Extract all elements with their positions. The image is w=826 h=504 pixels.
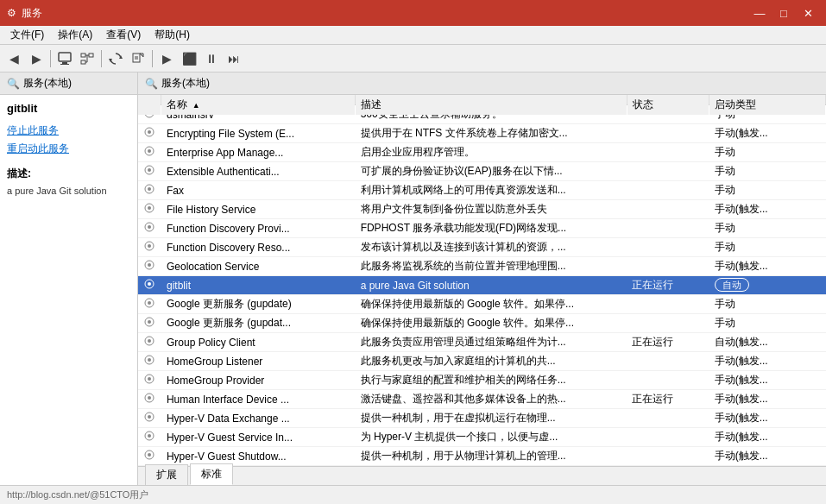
restart-service-link[interactable]: 重启动此服务 xyxy=(7,142,130,156)
console-icon xyxy=(58,52,72,66)
service-icon-cell xyxy=(138,200,161,219)
table-row[interactable]: Hyper-V Data Exchange ...提供一种机制，用于在虚拟机运行… xyxy=(138,409,826,428)
forward-button[interactable]: ▶ xyxy=(26,48,47,69)
gear-service-icon xyxy=(143,335,155,347)
service-desc-cell: 激活键盘、遥控器和其他多媒体设备上的热... xyxy=(356,390,627,409)
table-row[interactable]: Function Discovery Reso...发布该计算机以及连接到该计算… xyxy=(138,238,826,257)
table-row[interactable]: Geolocation Service此服务将监视系统的当前位置并管理地理围..… xyxy=(138,257,826,276)
title-bar: ⚙ 服务 — □ ✕ xyxy=(0,0,826,26)
minimize-button[interactable]: — xyxy=(748,4,771,22)
service-status-cell xyxy=(627,124,709,143)
gear-service-icon xyxy=(143,259,155,271)
service-rows: dsmainsrv360安全卫士云查杀辅助服务。手动 Encrypting Fi… xyxy=(138,105,826,466)
table-row[interactable]: Google 更新服务 (gupdat...确保保持使用最新版的 Google … xyxy=(138,314,826,333)
left-panel-content: gitblit 停止此服务 重启动此服务 描述: a pure Java Git… xyxy=(0,95,137,485)
stop-service-link[interactable]: 停止此服务 xyxy=(7,123,130,138)
svg-point-18 xyxy=(148,130,151,134)
service-name-cell: Group Policy Client xyxy=(161,333,356,352)
export-button[interactable] xyxy=(128,48,148,69)
svg-point-30 xyxy=(148,244,151,248)
svg-point-28 xyxy=(148,225,151,229)
svg-point-36 xyxy=(148,301,151,305)
table-row[interactable]: Hyper-V Guest Service In...为 Hyper-V 主机提… xyxy=(138,428,826,447)
tab-expand[interactable]: 扩展 xyxy=(145,464,188,485)
table-row[interactable]: Fax利用计算机或网络上的可用传真资源发送和...手动 xyxy=(138,181,826,200)
svg-rect-3 xyxy=(81,54,85,57)
toolbar-separator-3 xyxy=(152,50,153,67)
col-header-startup[interactable]: 启动类型 xyxy=(709,95,826,116)
service-status-cell xyxy=(627,162,709,181)
play-button[interactable]: ▶ xyxy=(156,48,177,69)
svg-point-24 xyxy=(148,187,151,191)
service-desc-cell: 为 Hyper-V 主机提供一个接口，以便与虚... xyxy=(356,428,627,447)
svg-point-44 xyxy=(148,377,151,381)
service-icon-cell xyxy=(138,428,161,447)
gear-service-icon xyxy=(143,392,155,404)
service-startup-cell: 手动(触发... xyxy=(709,390,826,409)
service-icon-cell xyxy=(138,276,161,295)
table-row[interactable]: Group Policy Client此服务负责应用管理员通过组策略组件为计..… xyxy=(138,333,826,352)
service-name-cell: Extensible Authenticati... xyxy=(161,162,356,181)
service-icon-cell xyxy=(138,333,161,352)
gear-service-icon xyxy=(143,411,155,423)
svg-point-38 xyxy=(148,320,151,324)
table-row[interactable]: Google 更新服务 (gupdate)确保保持使用最新版的 Google 软… xyxy=(138,295,826,314)
service-startup-cell: 手动 xyxy=(709,295,826,314)
service-status-cell xyxy=(627,257,709,276)
service-desc-cell: FDPHOST 服务承载功能发现(FD)网络发现... xyxy=(356,219,627,238)
service-desc-cell: 提供用于在 NTFS 文件系统卷上存储加密文... xyxy=(356,124,627,143)
service-status-cell xyxy=(627,238,709,257)
svg-point-34 xyxy=(148,282,151,286)
tree-view-button[interactable] xyxy=(77,48,98,69)
menu-view[interactable]: 查看(V) xyxy=(99,26,148,44)
table-row[interactable]: Enterprise App Manage...启用企业应用程序管理。手动 xyxy=(138,143,826,162)
service-startup-cell: 手动 xyxy=(709,181,826,200)
col-header-desc[interactable]: 描述 xyxy=(356,95,627,116)
tab-standard[interactable]: 标准 xyxy=(190,463,233,485)
table-row[interactable]: Encrypting File System (E...提供用于在 NTFS 文… xyxy=(138,124,826,143)
back-button[interactable]: ◀ xyxy=(3,48,24,69)
service-name-cell: Geolocation Service xyxy=(161,257,356,276)
table-row[interactable]: HomeGroup Listener此服务机更改与加入家庭组的计算机的共...手… xyxy=(138,352,826,371)
service-status-cell xyxy=(627,200,709,219)
svg-rect-2 xyxy=(60,64,69,65)
table-row[interactable]: Hyper-V Guest Shutdow...提供一种机制，用于从物理计算机上… xyxy=(138,447,826,466)
table-row[interactable]: HomeGroup Provider执行与家庭组的配置和维护相关的网络任务...… xyxy=(138,371,826,390)
pause-button[interactable]: ⏸ xyxy=(201,48,222,69)
table-header-row: 名称 ▲ 描述 状态 启动类型 xyxy=(138,95,826,105)
svg-point-40 xyxy=(148,339,151,343)
service-startup-cell: 手动 xyxy=(709,162,826,181)
service-desc-cell: 提供一种机制，用于从物理计算机上的管理... xyxy=(356,447,627,466)
menu-file[interactable]: 文件(F) xyxy=(3,26,51,44)
export-icon xyxy=(131,52,145,66)
col-header-name[interactable]: 名称 ▲ xyxy=(161,95,356,116)
table-row[interactable]: gitblita pure Java Git solution正在运行自动 xyxy=(138,276,826,295)
right-panel-search-icon: 🔍 xyxy=(145,78,158,90)
service-icon-cell xyxy=(138,124,161,143)
table-row[interactable]: Function Discovery Provi...FDPHOST 服务承载功… xyxy=(138,219,826,238)
stop-button[interactable]: ⬛ xyxy=(179,48,199,69)
refresh-button[interactable] xyxy=(105,48,126,69)
sort-arrow-icon: ▲ xyxy=(192,101,200,110)
service-startup-cell: 手动(触发... xyxy=(709,371,826,390)
service-name-cell: Google 更新服务 (gupdate) xyxy=(161,295,356,314)
col-header-status[interactable]: 状态 xyxy=(627,95,709,116)
maximize-button[interactable]: □ xyxy=(772,4,795,22)
table-row[interactable]: Human Interface Device ...激活键盘、遥控器和其他多媒体… xyxy=(138,390,826,409)
restart-button[interactable]: ⏭ xyxy=(224,48,244,69)
service-status-cell: 正在运行 xyxy=(627,390,709,409)
show-console-button[interactable] xyxy=(54,48,75,69)
gear-service-icon xyxy=(143,297,155,309)
menu-action[interactable]: 操作(A) xyxy=(51,26,99,44)
service-status-cell xyxy=(627,371,709,390)
gear-service-icon xyxy=(143,183,155,195)
table-row[interactable]: File History Service将用户文件复制到备份位置以防意外丢失手动… xyxy=(138,200,826,219)
svg-point-42 xyxy=(148,358,151,362)
service-desc-cell: a pure Java Git solution xyxy=(356,276,627,295)
close-button[interactable]: ✕ xyxy=(797,4,819,22)
menu-help[interactable]: 帮助(H) xyxy=(148,26,197,44)
description-text: a pure Java Git solution xyxy=(7,185,130,198)
service-table[interactable]: 名称 ▲ 描述 状态 启动类型 dsmainsrv360安全卫士云查杀辅助服务。… xyxy=(138,95,826,466)
service-status-cell xyxy=(627,314,709,333)
table-row[interactable]: Extensible Authenticati...可扩展的身份验证协议(EAP… xyxy=(138,162,826,181)
